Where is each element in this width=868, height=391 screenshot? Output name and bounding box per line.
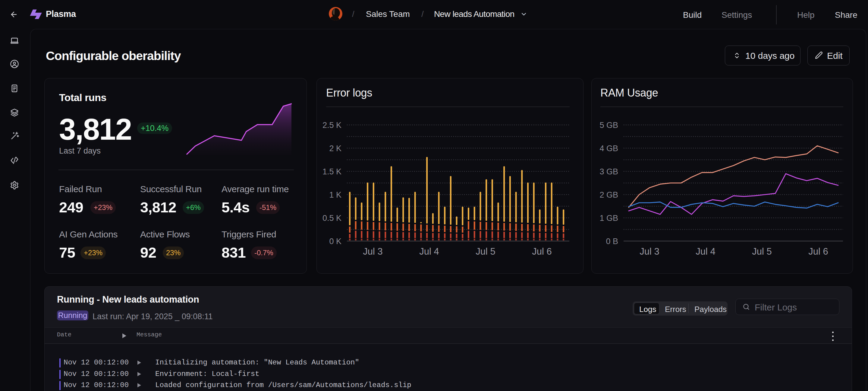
svg-text:2 K: 2 K (329, 144, 341, 153)
svg-text:Jul 5: Jul 5 (475, 246, 495, 257)
svg-text:1.5 K: 1.5 K (322, 167, 341, 176)
svg-text:2 GB: 2 GB (599, 190, 618, 199)
svg-text:0 K: 0 K (329, 237, 341, 246)
svg-text:Jul 3: Jul 3 (363, 246, 382, 257)
svg-text:2.5 K: 2.5 K (322, 121, 341, 130)
svg-text:1 K: 1 K (329, 190, 341, 199)
svg-text:Jul 4: Jul 4 (419, 246, 439, 257)
svg-text:Jul 4: Jul 4 (695, 246, 715, 257)
svg-text:Jul 5: Jul 5 (752, 246, 772, 257)
svg-text:Jul 6: Jul 6 (808, 246, 828, 257)
svg-text:Jul 3: Jul 3 (640, 246, 659, 257)
svg-text:0.5 K: 0.5 K (322, 214, 341, 223)
svg-text:0 B: 0 B (606, 237, 618, 246)
svg-text:3 GB: 3 GB (599, 167, 618, 176)
svg-text:4 GB: 4 GB (599, 144, 618, 153)
svg-text:5 GB: 5 GB (599, 121, 618, 130)
svg-text:Jul 6: Jul 6 (532, 246, 552, 257)
svg-text:1 GB: 1 GB (599, 214, 618, 223)
